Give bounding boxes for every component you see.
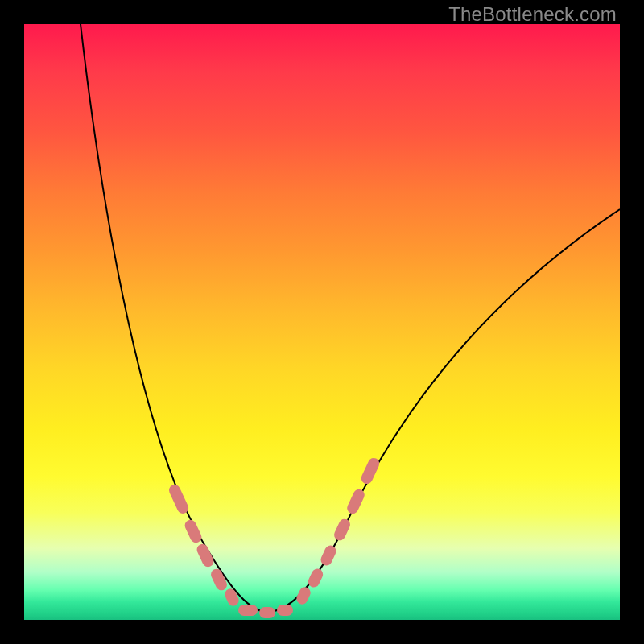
curve-marker — [359, 456, 381, 486]
curve-marker — [295, 585, 312, 606]
curve-marker — [277, 605, 293, 616]
curve-marker — [195, 542, 215, 568]
curve-marker — [167, 483, 191, 515]
chart-frame: TheBottleneck.com — [0, 0, 644, 644]
curve-marker — [259, 607, 275, 618]
marker-group — [167, 456, 382, 618]
watermark-text: TheBottleneck.com — [448, 3, 617, 26]
curve-marker — [319, 543, 338, 567]
bottleneck-curve — [80, 24, 620, 612]
curve-marker — [307, 567, 325, 589]
plot-area — [24, 24, 620, 620]
curve-marker — [183, 518, 203, 544]
curve-marker — [345, 488, 366, 516]
curve-marker — [332, 517, 353, 542]
curve-marker — [238, 605, 258, 616]
curve-svg — [24, 24, 620, 620]
curve-marker — [209, 567, 229, 592]
curve-marker — [223, 587, 241, 608]
